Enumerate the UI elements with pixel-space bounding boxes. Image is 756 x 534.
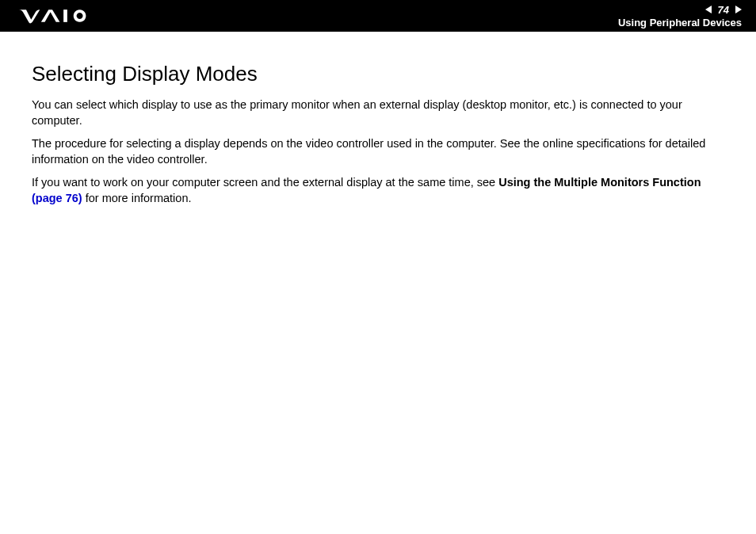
paragraph-2: The procedure for selecting a display de…: [32, 136, 724, 167]
para3-pre-text: If you want to work on your computer scr…: [32, 176, 498, 189]
para3-post-text: for more information.: [82, 192, 192, 204]
vaio-logo-svg: [17, 7, 105, 25]
header-right: 74 Using Peripheral Devices: [618, 0, 742, 32]
page-content: Selecting Display Modes You can select w…: [0, 32, 756, 230]
header-bar: 74 Using Peripheral Devices: [0, 0, 756, 32]
paragraph-1: You can select which display to use as t…: [32, 97, 724, 128]
paragraph-3: If you want to work on your computer scr…: [32, 175, 724, 206]
page-number: 74: [718, 4, 729, 16]
page-navigation: 74: [705, 4, 742, 16]
vaio-logo: [17, 0, 105, 32]
section-name: Using Peripheral Devices: [618, 17, 742, 29]
page-76-link[interactable]: (page 76): [32, 192, 82, 204]
page-title: Selecting Display Modes: [32, 62, 724, 86]
para3-bold-text: Using the Multiple Monitors Function: [498, 176, 701, 189]
next-page-arrow-icon[interactable]: [734, 6, 742, 13]
prev-page-arrow-icon[interactable]: [705, 6, 713, 13]
svg-rect-0: [63, 10, 67, 22]
